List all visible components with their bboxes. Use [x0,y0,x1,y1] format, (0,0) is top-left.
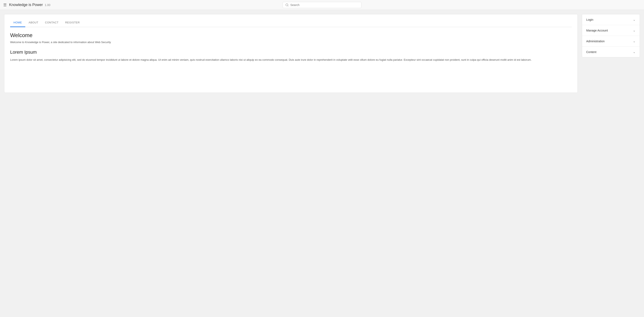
sidebar-item-content[interactable]: Content ⌄ [582,47,640,57]
lorem-ipsum-heading: Lorem Ipsum [10,50,572,55]
chevron-down-icon: ⌄ [633,50,636,54]
tab-register[interactable]: REGISTER [62,19,83,27]
tab-about[interactable]: ABOUT [25,19,42,27]
navbar: ☰ Knowledge is Power 1.00 [0,0,644,10]
svg-line-1 [288,6,288,6]
app-title: Knowledge is Power 1.00 [9,3,50,7]
sidebar-item-login[interactable]: Login ⌄ [582,14,640,25]
content-area: HOME ABOUT CONTACT REGISTER Welcome Welc… [4,14,578,93]
sidebar-item-manage-account[interactable]: Manage Account ⌄ [582,25,640,36]
tabs: HOME ABOUT CONTACT REGISTER [10,19,572,27]
chevron-down-icon: ⌄ [633,28,636,32]
tab-home[interactable]: HOME [10,19,25,27]
menu-icon[interactable]: ☰ [3,3,7,7]
chevron-down-icon: ⌄ [633,39,636,43]
welcome-heading: Welcome [10,32,572,39]
main-layout: HOME ABOUT CONTACT REGISTER Welcome Welc… [0,10,644,97]
sidebar-panel: Login ⌄ Manage Account ⌄ Administration … [582,14,640,57]
chevron-down-icon: ⌄ [633,18,636,22]
app-version: 1.00 [45,3,50,7]
tab-contact[interactable]: CONTACT [42,19,62,27]
search-bar [283,2,361,8]
welcome-text: Welcome to Knowledge is Power, a site de… [10,41,572,44]
search-icon [285,3,289,7]
search-input[interactable] [290,3,359,7]
lorem-ipsum-body: Lorem ipsum dolor sit amet, consectetur … [10,58,572,62]
sidebar-item-administration[interactable]: Administration ⌄ [582,36,640,47]
sidebar: Login ⌄ Manage Account ⌄ Administration … [582,14,640,93]
